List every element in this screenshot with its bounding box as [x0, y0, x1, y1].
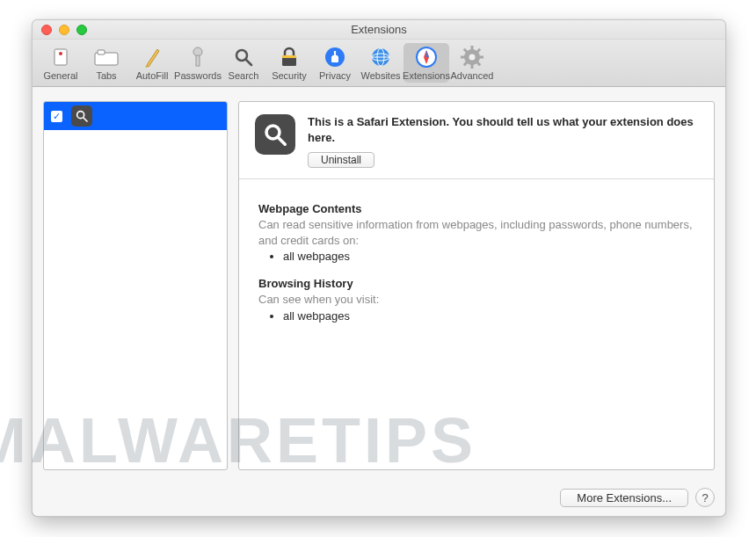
preferences-toolbar: General Tabs AutoFill Passwords Search	[33, 40, 725, 87]
compass-icon	[413, 45, 440, 69]
tab-extensions[interactable]: Extensions	[403, 43, 449, 83]
tab-advanced[interactable]: Advanced	[449, 43, 495, 83]
tab-label: Search	[229, 70, 259, 81]
tab-label: AutoFill	[136, 70, 169, 81]
globe-icon	[367, 45, 394, 69]
gear-icon	[459, 45, 485, 69]
key-icon	[185, 45, 211, 69]
tab-security[interactable]: Security	[266, 43, 312, 83]
footer-bar: More Extensions... ?	[33, 481, 725, 516]
permission-list: all webpages	[258, 309, 694, 323]
uninstall-button[interactable]: Uninstall	[308, 152, 374, 168]
tabs-icon	[93, 45, 120, 69]
tab-label: General	[43, 70, 77, 81]
svg-point-2	[59, 52, 62, 55]
permissions-section: Webpage Contents Can read sensitive info…	[239, 179, 714, 345]
tab-label: Advanced	[451, 70, 494, 81]
tab-websites[interactable]: Websites	[358, 43, 403, 83]
extension-item-icon	[71, 105, 92, 127]
help-button[interactable]: ?	[695, 488, 715, 507]
extension-icon	[255, 114, 295, 155]
svg-rect-28	[479, 56, 483, 59]
tab-autofill[interactable]: AutoFill	[129, 43, 175, 83]
permission-title: Webpage Contents	[258, 202, 694, 215]
svg-marker-5	[147, 49, 159, 67]
search-icon	[230, 45, 257, 69]
svg-point-24	[469, 54, 476, 61]
extension-description: This is a Safari Extension. You should t…	[308, 114, 698, 145]
tab-label: Passwords	[174, 70, 222, 81]
svg-line-10	[246, 60, 251, 65]
extensions-sidebar: ✓	[43, 101, 228, 470]
tab-tabs[interactable]: Tabs	[84, 43, 129, 83]
content-area: ✓ This is a Safari Extension. You should…	[33, 87, 725, 481]
permission-title: Browsing History	[258, 277, 694, 290]
permission-description: Can read sensitive information from webp…	[258, 217, 694, 248]
svg-rect-14	[331, 56, 338, 62]
permission-description: Can see when you visit:	[258, 292, 694, 308]
svg-rect-27	[461, 56, 465, 59]
tab-general[interactable]: General	[38, 43, 84, 83]
svg-rect-1	[55, 49, 67, 65]
titlebar: Extensions	[33, 20, 725, 40]
tab-privacy[interactable]: Privacy	[312, 43, 358, 83]
permission-list-item: all webpages	[283, 250, 694, 263]
privacy-icon	[322, 45, 348, 69]
tab-label: Extensions	[403, 70, 450, 81]
general-icon	[47, 45, 74, 69]
svg-rect-26	[471, 64, 474, 69]
autofill-icon	[139, 45, 165, 69]
preferences-window: Extensions General Tabs AutoFill Passwor…	[32, 19, 726, 517]
extension-enable-checkbox[interactable]: ✓	[51, 111, 62, 122]
svg-line-34	[84, 118, 87, 121]
window-title: Extensions	[33, 23, 725, 36]
svg-line-36	[279, 138, 286, 145]
svg-rect-8	[196, 55, 200, 66]
extension-list-item[interactable]: ✓	[44, 102, 227, 130]
permission-list: all webpages	[258, 250, 694, 263]
permission-list-item: all webpages	[283, 309, 694, 323]
tab-label: Privacy	[319, 70, 351, 81]
svg-rect-12	[282, 55, 296, 58]
extension-header: This is a Safari Extension. You should t…	[239, 102, 714, 179]
tab-passwords[interactable]: Passwords	[175, 43, 221, 83]
svg-rect-4	[98, 50, 105, 54]
tab-label: Tabs	[96, 70, 116, 81]
extension-detail-panel: This is a Safari Extension. You should t…	[238, 101, 715, 470]
tab-label: Websites	[360, 70, 400, 81]
tab-search[interactable]: Search	[221, 43, 266, 83]
more-extensions-button[interactable]: More Extensions...	[560, 489, 688, 507]
tab-label: Security	[272, 70, 307, 81]
svg-rect-25	[471, 46, 474, 50]
lock-icon	[276, 45, 302, 69]
